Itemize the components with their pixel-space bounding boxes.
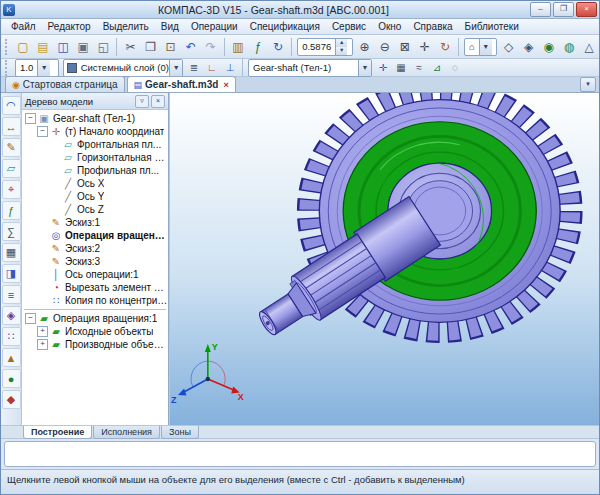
tab-zones[interactable]: Зоны	[161, 426, 199, 439]
orientation-combo[interactable]: ⌂ ▼	[464, 38, 497, 56]
menu-view[interactable]: Вид	[155, 20, 185, 33]
phantom-icon[interactable]: ◌	[446, 59, 464, 76]
tree-item-circular-pattern[interactable]: ∷ Копия по концентрич...	[22, 294, 168, 307]
zoom-value-combo[interactable]: 0.5876 ▲▼	[297, 38, 352, 56]
menu-libraries[interactable]: Библиотеки	[459, 20, 525, 33]
paste-icon[interactable]: ⊡	[161, 36, 181, 57]
menu-edit[interactable]: Редактор	[42, 20, 97, 33]
new-document-icon[interactable]: ▢	[13, 36, 33, 57]
selection-filter-icon[interactable]: ⊿	[428, 59, 446, 76]
redo-icon[interactable]: ↷	[201, 36, 221, 57]
open-icon[interactable]: ▤	[33, 36, 53, 57]
tree-item-root[interactable]: − ▣ Gear-shaft (Тел-1)	[22, 112, 168, 125]
tree-item-origin[interactable]: − ✛ (т) Начало координат	[22, 125, 168, 138]
menu-specification[interactable]: Спецификация	[244, 20, 326, 33]
specification-icon[interactable]: ◨	[2, 264, 21, 283]
expand-toggle[interactable]: −	[25, 113, 36, 124]
menu-select[interactable]: Выделить	[97, 20, 155, 33]
pan-icon[interactable]: ✛	[415, 36, 435, 57]
geometry-icon[interactable]: ◠	[2, 96, 21, 115]
local-cs-icon[interactable]: ∟	[203, 59, 221, 76]
tab-gear-shaft[interactable]: ▤ Gear-shaft.m3d ×	[127, 76, 236, 92]
tree-item-sketch1[interactable]: ✎ Эскиз:1	[22, 216, 168, 229]
menu-window[interactable]: Окно	[372, 20, 407, 33]
tree-item-sketch2[interactable]: ✎ Эскиз:2	[22, 242, 168, 255]
pin-icon[interactable]: ▿	[135, 95, 149, 108]
variables-icon[interactable]: ƒ	[248, 36, 268, 57]
measure-icon[interactable]: ∑	[2, 222, 21, 241]
chevron-down-icon[interactable]: ▼	[169, 60, 182, 76]
menu-help[interactable]: Справка	[407, 20, 458, 33]
menu-operations[interactable]: Операции	[185, 20, 244, 33]
copy-icon[interactable]: ❐	[140, 36, 160, 57]
grid-icon[interactable]: ▦	[392, 59, 410, 76]
surfaces-icon[interactable]: ◈	[2, 306, 21, 325]
cut-icon[interactable]: ✂	[120, 36, 140, 57]
cursor-step-combo[interactable]: 1.0 ▼	[15, 59, 59, 77]
array-icon[interactable]: ∷	[2, 327, 21, 346]
maximize-button[interactable]: ❐	[553, 2, 574, 17]
library-manager-icon[interactable]: ▥	[228, 36, 248, 57]
rotate-view-icon[interactable]: ↻	[435, 36, 455, 57]
parameterization-icon[interactable]: ƒ	[2, 201, 21, 220]
expand-toggle[interactable]: +	[37, 339, 48, 350]
tree-item-revolve[interactable]: ◎ Операция вращения:1	[22, 229, 168, 242]
zoom-spinner[interactable]: ▲▼	[335, 39, 347, 55]
property-bar-area[interactable]	[4, 441, 596, 467]
features-icon[interactable]: ●	[2, 369, 21, 388]
viewport-3d[interactable]: Y X Z	[169, 93, 599, 425]
expand-toggle[interactable]: −	[25, 313, 36, 324]
zoom-out-icon[interactable]: ⊖	[375, 36, 395, 57]
perspective-icon[interactable]: △	[579, 36, 599, 57]
ortho-icon[interactable]: ⊥	[221, 59, 239, 76]
preview-icon[interactable]: ◱	[93, 36, 113, 57]
tab-list-chevron-icon[interactable]: ▾	[580, 77, 596, 92]
editing-icon[interactable]: ⌖	[2, 180, 21, 199]
layer-combo[interactable]: Системный слой (0) ▼	[63, 59, 183, 77]
wireframe-icon[interactable]: ◇	[499, 36, 519, 57]
tree-item-profile-plane[interactable]: ▱ Профильная пл...	[22, 164, 168, 177]
tree-item-derived-objects[interactable]: + ▰ Производные объекты	[22, 338, 168, 351]
expand-toggle[interactable]: +	[37, 326, 48, 337]
sheet-metal-icon[interactable]: ▲	[2, 348, 21, 367]
menu-service[interactable]: Сервис	[326, 20, 372, 33]
chevron-down-icon[interactable]: ▼	[479, 39, 492, 55]
save-icon[interactable]: ◫	[53, 36, 73, 57]
filters-icon[interactable]: ▦	[2, 243, 21, 262]
menu-file[interactable]: Файл	[5, 20, 42, 33]
tree-item-frontal-plane[interactable]: ▱ Фронтальная пл...	[22, 138, 168, 151]
reports-icon[interactable]: ≡	[2, 285, 21, 304]
zoom-window-icon[interactable]: ⊠	[395, 36, 415, 57]
tree-item-source-objects[interactable]: + ▰ Исходные объекты	[22, 325, 168, 338]
part-combo[interactable]: Gear-shaft (Тел-1) ▼	[248, 59, 372, 77]
tab-close-icon[interactable]: ×	[223, 80, 228, 90]
rounding-icon[interactable]: ≈	[410, 59, 428, 76]
tree-item-sketch3[interactable]: ✎ Эскиз:3	[22, 255, 168, 268]
tree-item-axis-x[interactable]: ╱ Ось X	[22, 177, 168, 190]
tree-item-horizontal-plane[interactable]: ▱ Горизонтальная п...	[22, 151, 168, 164]
tree-item-cut-revolve[interactable]: ◔ Вырезать элемент выр...	[22, 281, 168, 294]
hidden-lines-icon[interactable]: ◈	[519, 36, 539, 57]
dimensions-icon[interactable]: ↔	[2, 117, 21, 136]
print-icon[interactable]: ▣	[73, 36, 93, 57]
tree-item-axis-y[interactable]: ╱ Ось Y	[22, 190, 168, 203]
panel-close-icon[interactable]: ×	[151, 95, 165, 108]
refresh-icon[interactable]: ↻	[268, 36, 288, 57]
toolbar-grip[interactable]	[5, 60, 10, 76]
construction-plane-icon[interactable]: ▱	[2, 159, 21, 178]
snap-icon[interactable]: ✛	[374, 59, 392, 76]
chevron-down-icon[interactable]: ▼	[37, 60, 50, 76]
tree-item-operation-axis[interactable]: │ Ось операции:1	[22, 268, 168, 281]
minimize-button[interactable]: –	[530, 2, 551, 17]
chevron-down-icon[interactable]: ▼	[358, 60, 371, 76]
layers-icon[interactable]: ≣	[185, 59, 203, 76]
tree-item-axis-z[interactable]: ╱ Ось Z	[22, 203, 168, 216]
designations-icon[interactable]: ✎	[2, 138, 21, 157]
assembly-icon[interactable]: ◆	[2, 390, 21, 409]
tab-versions[interactable]: Исполнения	[93, 426, 160, 439]
expand-toggle[interactable]: −	[37, 126, 48, 137]
shaded-edges-icon[interactable]: ◍	[559, 36, 579, 57]
tree-item-revolve-composition[interactable]: − ▰ Операция вращения:1	[22, 312, 168, 325]
toolbar-grip[interactable]	[5, 39, 10, 55]
tab-start-page[interactable]: ◉ Стартовая страница	[5, 76, 125, 92]
